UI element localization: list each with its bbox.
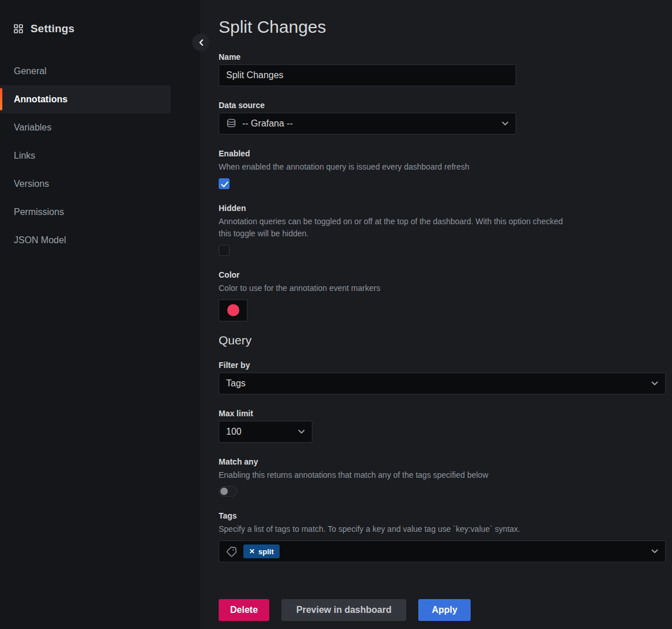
color-label: Color (219, 270, 666, 279)
data-source-value: -- Grafana -- (242, 118, 293, 129)
sidebar-item-permissions[interactable]: Permissions (0, 198, 171, 226)
tag-pill-split[interactable]: ✕ split (243, 544, 280, 558)
max-limit-field-group: Max limit 100 (219, 409, 666, 443)
color-field-group: Color Color to use for the annotation ev… (219, 270, 666, 321)
chevron-down-icon (502, 121, 509, 126)
enabled-checkbox[interactable] (219, 178, 230, 189)
max-limit-label: Max limit (219, 409, 666, 418)
chevron-down-icon (651, 549, 658, 554)
apply-button[interactable]: Apply (418, 599, 470, 621)
annotation-color-dot (227, 304, 239, 316)
filter-by-value: Tags (226, 378, 246, 389)
name-label: Name (219, 52, 666, 62)
query-section-heading: Query (219, 333, 666, 347)
collapse-sidebar-button[interactable] (192, 34, 209, 51)
color-picker-swatch[interactable] (219, 300, 247, 321)
remove-tag-icon[interactable]: ✕ (249, 548, 255, 555)
filter-by-label: Filter by (219, 360, 666, 370)
action-buttons-row: Delete Preview in dashboard Apply (219, 599, 666, 621)
data-source-select[interactable]: -- Grafana -- (219, 113, 516, 135)
match-any-label: Match any (219, 457, 666, 466)
hidden-field-group: Hidden Annotation queries can be toggled… (219, 204, 666, 256)
tag-pill-label: split (258, 547, 274, 556)
sidebar-item-variables[interactable]: Variables (0, 113, 171, 141)
sidebar-item-links[interactable]: Links (0, 141, 171, 170)
tags-label: Tags (219, 511, 666, 520)
dashboard-settings-page: Settings General Annotations Variables L… (0, 0, 672, 629)
enabled-label: Enabled (219, 149, 666, 158)
match-any-field-group: Match any Enabling this returns annotati… (219, 457, 666, 497)
hidden-description: Annotation queries can be toggled on or … (219, 216, 564, 240)
tags-field-group: Tags Specify a list of tags to match. To… (219, 511, 666, 562)
settings-nav: General Annotations Variables Links Vers… (0, 57, 200, 254)
delete-button[interactable]: Delete (219, 599, 269, 621)
chevron-down-icon (298, 429, 305, 434)
enabled-field-group: Enabled When enabled the annotation quer… (219, 149, 666, 189)
tag-icon (226, 546, 237, 557)
hidden-label: Hidden (219, 204, 666, 213)
settings-title: Settings (30, 22, 75, 35)
filter-by-field-group: Filter by Tags (219, 360, 666, 394)
settings-header: Settings (0, 0, 200, 57)
enabled-description: When enabled the annotation query is iss… (219, 161, 564, 174)
hidden-checkbox[interactable] (219, 245, 230, 256)
sidebar-item-annotations[interactable]: Annotations (0, 85, 171, 113)
match-any-toggle[interactable] (219, 486, 238, 497)
data-source-field-group: Data source -- Grafana -- (219, 101, 666, 135)
annotation-settings-panel: Split Changes Name Data source -- Grafan… (200, 0, 672, 629)
max-limit-select[interactable]: 100 (219, 421, 312, 443)
toggle-knob (220, 488, 228, 495)
tags-input[interactable]: ✕ split (219, 540, 666, 562)
sidebar-item-json-model[interactable]: JSON Model (0, 226, 171, 254)
match-any-description: Enabling this returns annotations that m… (219, 469, 564, 482)
chevron-down-icon (651, 381, 658, 386)
data-source-label: Data source (219, 101, 666, 110)
sidebar-item-versions[interactable]: Versions (0, 170, 171, 198)
page-title: Split Changes (219, 17, 666, 37)
chevron-left-icon (198, 39, 204, 46)
filter-by-select[interactable]: Tags (219, 373, 666, 394)
color-description: Color to use for the annotation event ma… (219, 282, 564, 295)
database-icon (226, 118, 236, 129)
max-limit-value: 100 (226, 427, 242, 437)
name-field-group: Name (219, 52, 666, 86)
sidebar-item-general[interactable]: General (0, 57, 171, 85)
settings-sidebar: Settings General Annotations Variables L… (0, 0, 200, 629)
apps-grid-icon (14, 24, 23, 33)
preview-in-dashboard-button[interactable]: Preview in dashboard (281, 599, 406, 621)
name-input[interactable] (219, 64, 516, 86)
tags-description: Specify a list of tags to match. To spec… (219, 523, 564, 536)
